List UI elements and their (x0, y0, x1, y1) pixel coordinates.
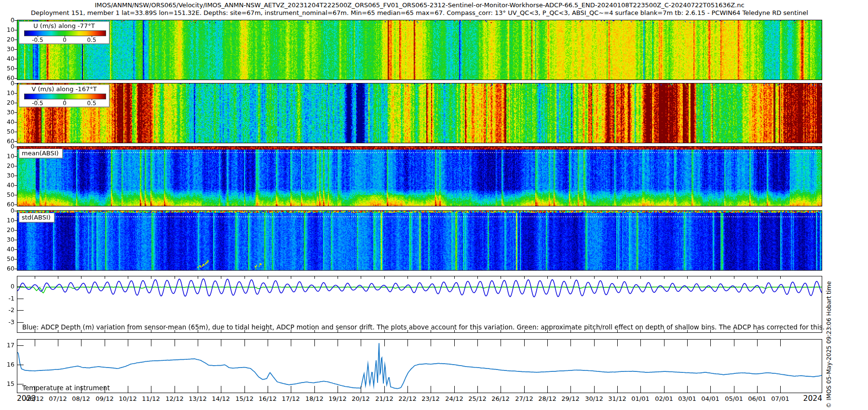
x-tick-mark-tidal-top (780, 276, 781, 279)
x-tick-mark-temp-top (524, 340, 525, 346)
x-tick-mark-tidal-top (314, 276, 315, 279)
x-tick-mark-tidal-top (151, 276, 151, 279)
depth-tick-label: 30 (0, 45, 14, 53)
x-tick-mark-tidal-top (547, 276, 548, 279)
x-tick-mark-tidal-top (617, 276, 618, 279)
v-colorbar-label: 0.5 (82, 100, 101, 107)
depth-tick-mark (14, 30, 17, 30)
depth-tick-mark (14, 68, 17, 69)
x-date-label: 14/12 (208, 395, 233, 402)
depth-tick-label: 30 (0, 236, 14, 243)
v-colorbar-label: 0 (55, 100, 74, 107)
x-tick-mark-temp-bottom (198, 386, 198, 393)
depth-tick-label: 50 (0, 191, 14, 198)
v-velocity-heatmap (17, 83, 822, 143)
x-tick-mark-tidal-top (198, 276, 198, 279)
x-tick-mark-temp-bottom (314, 386, 315, 393)
v-colorbar (24, 94, 106, 99)
panel-depth-variation: Blue: ADCP Depth (m) variation from sens… (17, 276, 822, 333)
x-tick-mark-temp-bottom (524, 386, 525, 393)
x-tick-mark-temp-bottom (594, 386, 595, 393)
x-tick-mark-tidal-top (58, 276, 58, 279)
temperature-tick-mark (17, 345, 24, 346)
depth-tick-mark (14, 59, 17, 59)
x-date-label: 27/12 (512, 395, 537, 402)
u-colorbar-label: 0 (55, 37, 74, 43)
x-tick-mark-temp-bottom (361, 386, 361, 393)
x-date-label: 01/01 (628, 395, 653, 402)
x-date-label: 10/12 (115, 395, 140, 402)
x-tick-mark-temp-top (338, 340, 338, 346)
x-tick-mark-temp-top (594, 340, 595, 346)
x-date-label: 22/12 (395, 395, 420, 402)
tidal-tick-label: -2 (0, 306, 14, 314)
panel-mean-absi: mean(ABSI) (17, 146, 822, 206)
tidal-tick-label: 0 (0, 283, 14, 290)
x-tick-mark-temp-top (151, 340, 151, 346)
x-tick-mark-tidal-top (338, 276, 338, 279)
x-tick-mark-tidal-top (594, 276, 595, 279)
depth-tick-mark (14, 20, 17, 21)
x-tick-mark-temp-top (35, 340, 35, 346)
x-tick-mark-temp-top (81, 340, 81, 346)
x-date-label: 02/01 (651, 395, 677, 402)
x-date-label: 09/12 (92, 395, 117, 402)
x-tick-mark-temp-bottom (757, 386, 758, 393)
x-tick-mark-temp-top (105, 340, 105, 346)
v-colorbar-label: -0.5 (28, 100, 47, 107)
depth-tick-mark (14, 176, 17, 176)
depth-tick-label: 30 (0, 109, 14, 116)
x-date-label: 28/12 (535, 395, 560, 402)
x-tick-mark-tidal-top (524, 276, 525, 279)
x-date-label: 15/12 (232, 395, 257, 402)
x-tick-mark-temp-top (454, 340, 455, 346)
temperature-plot (17, 340, 822, 393)
x-tick-mark-temp-bottom (407, 386, 408, 393)
x-tick-mark-tidal-top (175, 276, 175, 279)
temperature-tick-label: 16 (0, 361, 14, 368)
depth-tick-label: 60 (0, 265, 14, 272)
depth-tick-label: 20 (0, 226, 14, 233)
depth-variation-annotation: Blue: ADCP Depth (m) variation from sens… (22, 323, 825, 331)
x-tick-mark-temp-bottom (244, 386, 245, 393)
depth-tick-mark (14, 240, 17, 240)
depth-tick-label: 0 (0, 80, 14, 87)
figure-title-line1: IMOS/ANMN/NSW/ORS065/Velocity/IMOS_ANMN-… (17, 1, 822, 9)
u-colorbar-label: -0.5 (28, 37, 47, 43)
tidal-tick-mark (17, 310, 24, 311)
depth-tick-label: 20 (0, 162, 14, 169)
x-tick-mark-tidal-top (128, 276, 128, 279)
x-tick-mark-temp-top (244, 340, 245, 346)
temperature-tick-mark (17, 365, 24, 365)
x-tick-mark-temp-top (431, 340, 431, 346)
u-colorbar-legend: U (m/s) along -77°T -0.5 0 0.5 (19, 21, 109, 44)
depth-tick-mark (14, 249, 17, 250)
mean-absi-heatmap (17, 147, 822, 206)
x-date-label: 20/12 (348, 395, 373, 402)
x-tick-mark-temp-bottom (291, 386, 291, 393)
x-date-label: 03/01 (675, 395, 700, 402)
depth-tick-mark (14, 78, 17, 79)
x-tick-mark-tidal-top (431, 276, 431, 279)
x-tick-mark-temp-top (314, 340, 315, 346)
u-colorbar (24, 30, 106, 36)
x-tick-mark-temp-bottom (151, 386, 151, 393)
x-tick-mark-temp-top (175, 340, 175, 346)
depth-tick-mark (14, 259, 17, 260)
x-date-label: 18/12 (302, 395, 327, 402)
x-date-label: 19/12 (325, 395, 350, 402)
depth-tick-label: 20 (0, 36, 14, 43)
x-tick-mark-temp-top (780, 340, 781, 346)
depth-tick-label: 10 (0, 26, 14, 33)
x-date-label: 07/01 (768, 395, 793, 402)
x-tick-mark-temp-top (734, 340, 734, 346)
depth-tick-mark (14, 122, 17, 123)
x-tick-mark-temp-top (384, 340, 385, 346)
tidal-tick-mark (17, 287, 24, 287)
x-date-label: 31/12 (605, 395, 630, 402)
x-date-label: 25/12 (465, 395, 490, 402)
depth-tick-label: 20 (0, 99, 14, 106)
x-tick-mark-temp-bottom (780, 386, 781, 393)
depth-tick-label: 0 (0, 207, 14, 214)
v-legend-title: V (m/s) along -167°T (19, 85, 109, 93)
